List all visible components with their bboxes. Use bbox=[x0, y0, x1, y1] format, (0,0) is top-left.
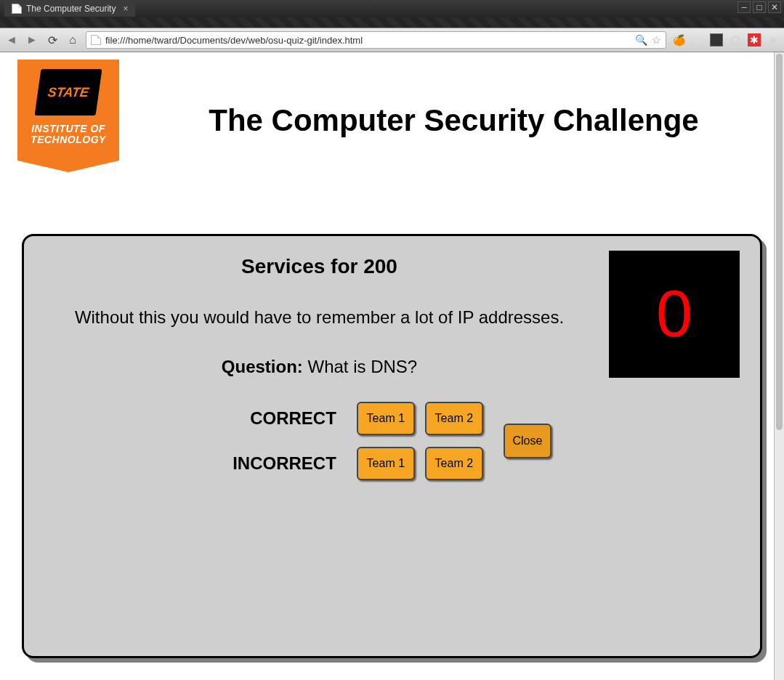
incorrect-team1-button[interactable]: Team 1 bbox=[357, 447, 415, 480]
incorrect-label: INCORRECT bbox=[233, 447, 336, 480]
ext-square-icon[interactable] bbox=[710, 33, 723, 46]
row-labels: CORRECT INCORRECT bbox=[233, 402, 336, 480]
correct-team2-button[interactable]: Team 2 bbox=[425, 402, 483, 435]
scrollbar[interactable] bbox=[774, 52, 784, 680]
category-heading: Services for 200 bbox=[44, 255, 594, 278]
close-button[interactable]: Close bbox=[504, 424, 551, 458]
window-buttons: – □ ✕ bbox=[737, 1, 781, 13]
osu-logo: STATE bbox=[32, 67, 105, 118]
bookmark-icon[interactable]: ☆ bbox=[652, 34, 661, 46]
back-button[interactable]: ◄ bbox=[4, 33, 19, 47]
incorrect-team2-button[interactable]: Team 2 bbox=[425, 447, 483, 480]
titlebar: The Computer Security × – □ ✕ bbox=[0, 0, 784, 17]
banner-line2: TECHNOLOGY bbox=[22, 134, 115, 145]
reload-button[interactable]: ⟳ bbox=[45, 33, 60, 47]
browser-toolbar: ◄ ► ⟳ ⌂ file:///home/tward/Documents/dev… bbox=[0, 28, 784, 52]
address-bar[interactable]: file:///home/tward/Documents/dev/web/osu… bbox=[86, 31, 666, 49]
page-content: STATE INSTITUTE OF TECHNOLOGY The Comput… bbox=[0, 52, 784, 680]
ext-gear-icon[interactable]: ⚙ bbox=[691, 33, 704, 46]
quiz-card: Services for 200 Without this you would … bbox=[22, 234, 762, 658]
minimize-button[interactable]: – bbox=[737, 1, 751, 13]
scrollbar-thumb[interactable] bbox=[776, 54, 783, 430]
clue-text: Without this you would have to remember … bbox=[44, 307, 594, 328]
titlebar-decoration bbox=[0, 17, 784, 28]
maximize-button[interactable]: □ bbox=[753, 1, 766, 13]
correct-team1-button[interactable]: Team 1 bbox=[357, 402, 415, 435]
tab-title: The Computer Security bbox=[26, 4, 116, 14]
menu-icon[interactable]: ≡ bbox=[767, 33, 780, 46]
page-icon bbox=[12, 4, 22, 14]
banner-line1: INSTITUTE OF bbox=[22, 124, 115, 134]
ext-shield-icon[interactable]: ⬡ bbox=[729, 33, 742, 46]
extension-icons: 🍊 ⚙ ⬡ ✱ ≡ bbox=[672, 33, 780, 46]
team-buttons: Team 1 Team 2 Team 1 Team 2 bbox=[357, 402, 483, 480]
browser-window: The Computer Security × – □ ✕ ◄ ► ⟳ ⌂ fi… bbox=[0, 0, 784, 680]
zoom-icon[interactable]: 🔍 bbox=[635, 34, 647, 46]
answer-text: What is DNS? bbox=[307, 357, 417, 376]
timer-box: 0 bbox=[609, 251, 740, 378]
timer-value: 0 bbox=[656, 277, 692, 352]
page-icon bbox=[91, 35, 101, 45]
page-title: The Computer Security Challenge bbox=[141, 60, 767, 138]
browser-tab[interactable]: The Computer Security × bbox=[4, 1, 135, 17]
scoring-row: CORRECT INCORRECT Team 1 Team 2 Team 1 T… bbox=[44, 402, 740, 480]
question-area: Services for 200 Without this you would … bbox=[44, 251, 594, 394]
window-close-button[interactable]: ✕ bbox=[768, 1, 781, 13]
forward-button[interactable]: ► bbox=[25, 33, 39, 47]
page-header: STATE INSTITUTE OF TECHNOLOGY The Comput… bbox=[0, 52, 784, 161]
ext-orange-icon[interactable]: 🍊 bbox=[672, 33, 685, 46]
answer-line: Question: What is DNS? bbox=[44, 357, 594, 377]
tab-close-icon[interactable]: × bbox=[123, 4, 128, 14]
osu-banner: STATE INSTITUTE OF TECHNOLOGY bbox=[17, 60, 119, 161]
ext-asterisk-icon[interactable]: ✱ bbox=[748, 33, 761, 46]
home-button[interactable]: ⌂ bbox=[65, 33, 80, 47]
correct-label: CORRECT bbox=[250, 402, 336, 435]
url-text: file:///home/tward/Documents/dev/web/osu… bbox=[105, 35, 631, 46]
question-label: Question: bbox=[222, 357, 303, 376]
